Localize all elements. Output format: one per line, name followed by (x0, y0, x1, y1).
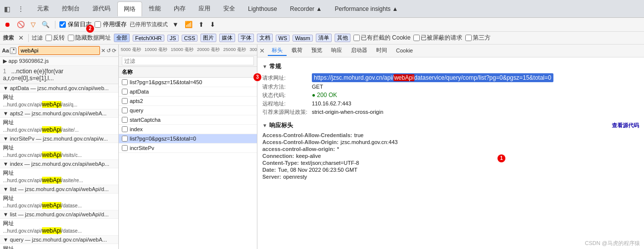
tab-preview[interactable]: 预览 (307, 46, 326, 56)
disable-cache-label[interactable]: 停用缓存 (95, 20, 127, 29)
download-icon[interactable]: ⬇ (208, 20, 217, 29)
tab-performance-insights[interactable]: Performance insights ▲ (329, 1, 404, 16)
record-button[interactable]: ⏺ (3, 20, 12, 29)
search-refresh-button[interactable]: ↺ (106, 48, 111, 54)
search-button[interactable]: 🔍 (40, 20, 51, 29)
name-checkbox-apts2[interactable] (122, 98, 128, 104)
referrer-policy-value: strict-origin-when-cross-origin (312, 109, 383, 115)
blocked-request-checkbox[interactable] (413, 35, 420, 41)
blocked-cookie-label[interactable]: 已有拦截的 Cookie (353, 34, 411, 42)
name-checkbox-index[interactable] (122, 126, 128, 132)
filter-js[interactable]: JS (167, 35, 179, 42)
devtools-icon2[interactable]: ⋮ (15, 4, 26, 14)
item-incrsite[interactable]: 网址 ...hurd.gov.cn/api/webApi/visits/c... (0, 143, 118, 160)
regex-label: .* (10, 48, 16, 54)
search-input[interactable] (18, 46, 100, 55)
filter-media[interactable]: 媒体 (219, 34, 235, 42)
filter-clear[interactable]: 清单 (316, 34, 332, 42)
upload-icon[interactable]: ⬆ (197, 20, 205, 29)
tab-elements[interactable]: 元素 (31, 1, 55, 16)
filter-ws[interactable]: WS (276, 35, 290, 42)
tab-security[interactable]: 安全 (217, 1, 241, 16)
search-settings-button[interactable]: ⟳ (112, 48, 116, 54)
general-section-header[interactable]: ▼ 常规 (262, 60, 639, 73)
clear-button[interactable]: 🚫 (15, 20, 26, 29)
response-headers-title-row: ▼ 响应标头 查看源代码 (262, 119, 639, 132)
detail-close-button[interactable]: ✕ (259, 47, 265, 54)
group-app[interactable]: ▶ app 93609862.js (0, 57, 118, 66)
name-item-list0[interactable]: list?pg=0&pgsz=15&total=0 (119, 134, 257, 144)
filter-img[interactable]: 图片 (200, 34, 216, 42)
blocked-cookie-checkbox[interactable] (353, 35, 360, 41)
item-aptdata[interactable]: 网址 ...hurd.gov.cn/api/webApi/asi/q... (0, 93, 118, 109)
filter-fetch-xhr[interactable]: Fetch/XHR (133, 35, 164, 42)
tab-memory[interactable]: 内存 (168, 1, 192, 16)
blocked-request-label[interactable]: 已被屏蔽的请求 (413, 34, 462, 42)
name-item-startcaptcha[interactable]: startCaptcha (119, 115, 257, 125)
group-list1[interactable]: ▼ list — jzsc.mohurd.gov.cn/api/webApi/d… (0, 185, 118, 194)
filter-wasm[interactable]: Wasm (293, 35, 313, 42)
tab-payload[interactable]: 载荷 (288, 46, 306, 56)
filter-font[interactable]: 字体 (238, 34, 254, 42)
name-item-apts2[interactable]: apts2 (119, 97, 257, 106)
search-clear-button[interactable]: ✕ (101, 48, 105, 54)
third-party-label[interactable]: 第三方 (465, 34, 491, 42)
close-search-button[interactable]: ✕ (17, 34, 25, 42)
name-checkbox-query[interactable] (122, 107, 128, 113)
third-party-checkbox[interactable] (465, 35, 472, 41)
item-list2[interactable]: 网址 ...hurd.gov.cn/api/webApi/datase... (0, 219, 118, 236)
group-index[interactable]: ▼ index — jzsc.mohurd.gov.cn/api/webAp..… (0, 160, 118, 168)
name-checkbox-list450[interactable] (122, 79, 128, 85)
invert-checkbox[interactable] (46, 35, 52, 41)
annotation-2: 2 (86, 25, 94, 33)
disable-cache-checkbox[interactable] (95, 21, 101, 28)
name-item-aptdata[interactable]: aptData (119, 87, 257, 97)
name-checkbox-list0[interactable] (122, 136, 128, 142)
name-checkbox-startcaptcha[interactable] (122, 117, 128, 123)
name-item-incrsite[interactable]: incrSitePv (119, 144, 257, 153)
group-list2[interactable]: ▼ list — jzsc.mohurd.gov.cn/api/webApi/d… (0, 210, 118, 219)
name-label-apts2: apts2 (130, 98, 143, 104)
tab-network[interactable]: 网络 (117, 1, 142, 16)
wifi-icon[interactable]: 📶 (183, 20, 194, 29)
filter-other[interactable]: 其他 (335, 34, 350, 42)
devtools-icon1[interactable]: ◧ (2, 4, 12, 14)
filter-css[interactable]: CSS (182, 35, 198, 42)
name-item-list450[interactable]: list?pg=1&pgsz=15&total=450 (119, 78, 257, 87)
preserve-log-checkbox[interactable] (59, 21, 66, 28)
view-source-link[interactable]: 查看源代码 (612, 122, 639, 129)
tab-response[interactable]: 响应 (327, 46, 346, 56)
resp-server-value: openresty (283, 174, 307, 180)
request-method-value: GET (312, 84, 323, 90)
tab-lighthouse[interactable]: Lighthouse (242, 1, 283, 16)
tab-timing[interactable]: 时间 (372, 46, 391, 56)
filter-all[interactable]: 全部 (114, 34, 130, 42)
tab-console[interactable]: 控制台 (56, 1, 86, 16)
filter-button[interactable]: ▽ (29, 20, 37, 29)
invert-label[interactable]: 反转 (46, 34, 65, 42)
tab-initiator[interactable]: 启动器 (347, 46, 371, 56)
item-apts2[interactable]: 网址 ...hurd.gov.cn/api/webApi/asite/... (0, 118, 118, 135)
filter-input[interactable] (122, 56, 254, 65)
item-index[interactable]: 网址 ...hurd.gov.cn/api/webApi/asite/re... (0, 168, 118, 185)
tab-application[interactable]: 应用 (193, 1, 216, 16)
hide-data-label[interactable]: 隐藏数据网址 (68, 34, 111, 42)
name-item-query[interactable]: query (119, 106, 257, 115)
hide-data-checkbox[interactable] (68, 35, 74, 41)
tab-sources[interactable]: 源代码 (87, 1, 116, 16)
group-query[interactable]: ▼ query — jzsc.mohurd.gov.cn/api/webA... (0, 236, 118, 244)
tab-cookie[interactable]: Cookie (392, 47, 417, 55)
name-checkbox-incrsite[interactable] (122, 145, 128, 151)
filter-doc[interactable]: 文档 (257, 34, 273, 42)
tab-recorder[interactable]: Recorder ▲ (284, 1, 328, 16)
item-list1[interactable]: 网址 ...hurd.gov.cn/api/webApi/datase... (0, 194, 118, 210)
tab-header[interactable]: 标头 (268, 46, 287, 56)
name-item-index[interactable]: index (119, 125, 257, 134)
tab-performance[interactable]: 性能 (143, 1, 167, 16)
group-apts2[interactable]: ▼ apts2 — jzsc.mohurd.gov.cn/api/webA... (0, 109, 118, 118)
dropdown-throttle[interactable]: ▼ (171, 20, 180, 29)
group-incrsite[interactable]: ▼ incrSitePv — jzsc.mohurd.gov.cn/api/w.… (0, 135, 118, 143)
group-aptdata[interactable]: ▼ aptData — jzsc.mohurd.gov.cn/api/web..… (0, 84, 118, 93)
name-checkbox-aptdata[interactable] (122, 89, 128, 95)
item-query[interactable]: 网址 ...hurd.gov.cn/api/webApi/visits/c... (0, 244, 118, 249)
